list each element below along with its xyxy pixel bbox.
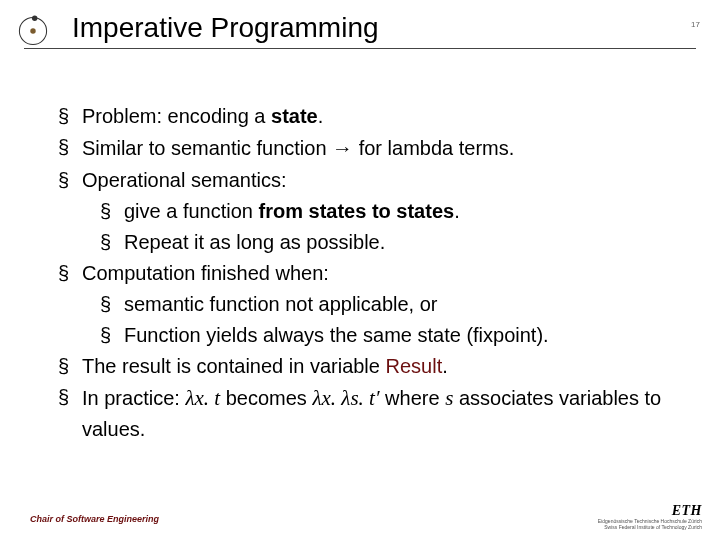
text: becomes	[220, 387, 312, 409]
list-item: semantic function not applicable, or	[96, 289, 680, 320]
text: Operational semantics:	[82, 169, 287, 191]
arrow-icon: →	[332, 136, 353, 160]
text: where	[380, 387, 446, 409]
text: .	[454, 200, 460, 222]
list-item: give a function from states to states.	[96, 196, 680, 227]
sub-list: give a function from states to states. R…	[96, 196, 680, 258]
svg-point-1	[30, 28, 35, 33]
svg-point-2	[32, 16, 37, 21]
slide-header: Imperative Programming 17	[0, 0, 720, 57]
title-divider	[24, 48, 696, 49]
text: Computation finished when:	[82, 262, 329, 284]
text-bold: state	[271, 105, 318, 127]
text: Repeat it as long as possible.	[124, 231, 385, 253]
footer-chair: Chair of Software Engineering	[30, 514, 159, 524]
list-item: In practice: λx. t becomes λx. λs. t′ wh…	[54, 382, 680, 446]
slide-title: Imperative Programming	[72, 12, 720, 44]
bullet-list: Problem: encoding a state. Similar to se…	[54, 101, 680, 445]
text: Problem: encoding a	[82, 105, 271, 127]
sub-list: semantic function not applicable, or Fun…	[96, 289, 680, 351]
text-bold: from states to states	[259, 200, 455, 222]
eth-logo-text: ETH	[598, 503, 702, 519]
logo-icon	[16, 14, 50, 48]
list-item: Operational semantics: give a function f…	[54, 165, 680, 258]
math-expr: λx. t	[185, 386, 220, 410]
math-expr: λx. λs. t′	[312, 386, 379, 410]
eth-logo: ETH Eidgenössische Technische Hochschule…	[598, 503, 702, 530]
text: The result is contained in variable	[82, 355, 386, 377]
page-number: 17	[691, 20, 700, 29]
text: Similar to semantic function	[82, 137, 332, 159]
list-item: Repeat it as long as possible.	[96, 227, 680, 258]
list-item: The result is contained in variable Resu…	[54, 351, 680, 382]
text: for lambda terms.	[353, 137, 514, 159]
text: .	[318, 105, 324, 127]
text: give a function	[124, 200, 259, 222]
list-item: Problem: encoding a state.	[54, 101, 680, 132]
text-accent: Result	[386, 355, 443, 377]
list-item: Computation finished when: semantic func…	[54, 258, 680, 351]
text: Function yields always the same state (f…	[124, 324, 549, 346]
list-item: Function yields always the same state (f…	[96, 320, 680, 351]
text: .	[442, 355, 448, 377]
slide-body: Problem: encoding a state. Similar to se…	[0, 57, 720, 445]
list-item: Similar to semantic function → for lambd…	[54, 132, 680, 165]
text: In practice:	[82, 387, 185, 409]
text: semantic function not applicable, or	[124, 293, 438, 315]
eth-logo-sub: Swiss Federal Institute of Technology Zu…	[598, 525, 702, 531]
